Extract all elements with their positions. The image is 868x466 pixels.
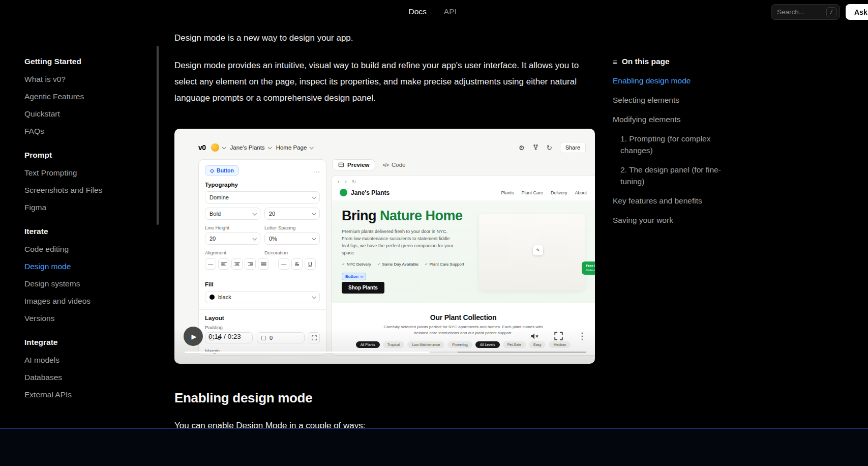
sidebar-item-ai-models[interactable]: AI models (24, 356, 159, 365)
site-nav-about: About (575, 190, 587, 195)
fork-icon (532, 144, 539, 152)
page-selector: Home Page (276, 144, 313, 151)
toc-item-saving-your-work[interactable]: Saving your work (613, 214, 734, 226)
toc-item-enabling-design-mode[interactable]: Enabling design mode (613, 75, 734, 86)
sidebar-item-design-systems[interactable]: Design systems (24, 279, 159, 288)
toc-item-design-panel[interactable]: 2. The design panel (for fine-tuning) (613, 164, 734, 187)
site-nav-plants: Plants (501, 190, 514, 195)
feature-label: Same Day Available (382, 262, 418, 267)
play-icon: ▶ (192, 333, 197, 340)
chevron-down-icon (312, 211, 316, 215)
search-shortcut-key: / (826, 7, 836, 17)
font-size-value: 20 (269, 211, 275, 217)
sidebar-item-quickstart[interactable]: Quickstart (24, 109, 159, 119)
hero-image-card: ✎ (479, 214, 585, 290)
sidebar-item-text-prompting[interactable]: Text Prompting (24, 168, 159, 178)
sidebar-item-versions[interactable]: Versions (24, 314, 159, 323)
sidebar-item-figma[interactable]: Figma (24, 203, 159, 212)
site-nav-delivery: Delivery (551, 190, 567, 195)
fullscreen-icon[interactable] (554, 332, 563, 340)
forward-icon: › (345, 178, 347, 185)
video-progress-bar[interactable] (185, 352, 586, 353)
avatar (211, 143, 219, 152)
sidebar-item-images-and-videos[interactable]: Images and videos (24, 297, 159, 306)
toc-item-modifying-elements[interactable]: Modifying elements (613, 113, 734, 125)
letter-spacing-value: 0% (269, 236, 277, 242)
expand-padding-button (309, 332, 320, 343)
sidebar-item-screenshots-and-files[interactable]: Screenshots and Files (24, 186, 159, 195)
padding-y-value: 0 (270, 335, 273, 341)
search-box[interactable]: / (771, 4, 840, 20)
font-family-value: Domine (209, 194, 229, 200)
tab-code: </> Code (382, 162, 405, 168)
mute-icon[interactable] (529, 331, 540, 341)
align-justify-button (258, 258, 269, 270)
decoration-label: Decoration (264, 250, 320, 255)
filter-pill: Tropical (383, 341, 405, 348)
play-button[interactable]: ▶ (184, 327, 203, 346)
sidebar-item-faqs[interactable]: FAQs (24, 127, 159, 136)
free-delivery-badge: Free De Orders o (582, 261, 595, 275)
nav-link-api[interactable]: API (444, 7, 457, 16)
site-header: Jane's Plants Plants Plant Care Delivery… (332, 186, 595, 200)
video-more-options-icon[interactable]: ⋮ (578, 331, 586, 341)
site-nav: Plants Plant Care Delivery About (501, 190, 587, 195)
shop-plants-button: Shop Plants (342, 282, 384, 294)
ask-button[interactable]: Ask (846, 4, 868, 20)
more-options-icon: … (314, 167, 320, 174)
hero-title: Bring Nature Home (342, 209, 470, 224)
padding-label: Padding (205, 325, 320, 330)
sidebar-item-external-apis[interactable]: External APIs (24, 390, 159, 399)
on-this-page-toc: ≡ On this page Enabling design mode Sele… (613, 23, 750, 234)
demo-video-player[interactable]: v0 Jane's Plants Home Page (174, 129, 595, 364)
sidebar-item-databases[interactable]: Databases (24, 373, 159, 382)
strikethrough-button: S (291, 258, 303, 270)
sidebar-item-agentic-features[interactable]: Agentic Features (24, 92, 159, 101)
intro-text: Design mode is a new way to design your … (174, 32, 595, 45)
align-center-button (231, 258, 243, 270)
project-name: Jane's Plants (230, 144, 265, 151)
docs-sidebar: Getting Started What is v0? Agentic Feat… (0, 23, 159, 414)
v0-logo: v0 (198, 143, 206, 152)
filter-pill: Low Maintenance (407, 341, 444, 348)
toc-title: On this page (622, 57, 670, 66)
share-button: Share (560, 142, 586, 153)
selected-element-label: Button (217, 167, 234, 173)
sidebar-item-code-editing[interactable]: Code editing (24, 245, 159, 254)
video-played (185, 352, 430, 353)
refresh-icon: ↻ (352, 179, 356, 185)
fill-color-select: black (205, 291, 320, 303)
sidebar-section-title: Iterate (24, 227, 159, 236)
filter-pills: All Plants Tropical Low Maintenance Flow… (337, 341, 590, 348)
toc-item-selecting-elements[interactable]: Selecting elements (613, 94, 734, 106)
selected-element-chip: ◇ Button (205, 165, 239, 176)
tab-preview: Preview (332, 159, 375, 170)
nav-link-docs[interactable]: Docs (409, 7, 427, 16)
sidebar-section-integrate: Integrate AI models Databases External A… (24, 338, 159, 399)
chevron-down-icon (312, 195, 316, 199)
site-logo-icon (340, 189, 347, 196)
filter-pill: Medium (549, 341, 571, 348)
font-weight-value: Bold (209, 211, 221, 217)
line-height-select: 20 (205, 232, 260, 245)
toc-item-key-features[interactable]: Key features and benefits (613, 195, 734, 207)
page-name: Home Page (276, 144, 307, 151)
article: Design mode is a new way to design your … (174, 23, 595, 432)
padding-icon (261, 336, 266, 340)
video-frame-v0-app: v0 Jane's Plants Home Page (174, 129, 595, 364)
sidebar-section-title: Getting Started (24, 57, 159, 66)
refresh-icon: ↻ (547, 144, 552, 151)
preview-toolbar: ‹ › ↻ (332, 176, 595, 186)
site-hero: Bring Nature Home Premium plants deliver… (332, 200, 595, 303)
align-left-button (218, 258, 229, 270)
sidebar-scrollbar[interactable] (157, 46, 159, 225)
padding-y-input: 0 (257, 332, 305, 343)
chevron-down-icon (312, 295, 316, 299)
tab-preview-label: Preview (347, 162, 369, 168)
collection-title: Our Plant Collection (337, 313, 590, 322)
filter-pill: Pet-Safe (503, 341, 526, 348)
search-input[interactable] (777, 8, 820, 16)
toc-item-prompting[interactable]: 1. Prompting (for complex changes) (613, 133, 734, 156)
sidebar-item-what-is-v0[interactable]: What is v0? (24, 75, 159, 84)
sidebar-item-design-mode[interactable]: Design mode (24, 262, 159, 271)
